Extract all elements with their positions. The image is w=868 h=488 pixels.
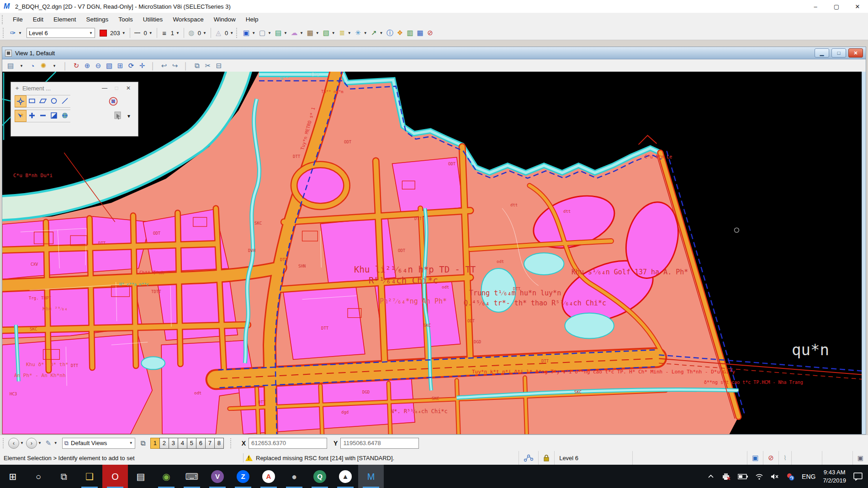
active-element-template-icon[interactable]: ✑ [8, 28, 17, 37]
back-dropdown-icon[interactable]: ▼ [20, 441, 24, 445]
task-view-button[interactable]: ⧉ [51, 465, 77, 488]
viber-icon[interactable]: V [205, 465, 230, 488]
menu-item[interactable]: Utilities [138, 14, 168, 25]
display-style-icon[interactable]: ◔ [27, 61, 37, 71]
opera-icon[interactable]: O [102, 465, 128, 488]
line-method-icon[interactable] [59, 95, 70, 106]
toolbar-separator[interactable]: │ [181, 61, 191, 71]
element-information-icon[interactable]: ⓘ [385, 28, 394, 37]
wifi-icon[interactable] [755, 473, 763, 480]
selection-set-icon[interactable]: ▣ [747, 451, 763, 465]
menu-item[interactable]: File [8, 14, 28, 25]
window-close-button[interactable]: ✕ [847, 0, 868, 13]
locks-icon[interactable] [538, 451, 554, 465]
line-weight-icon[interactable]: ≡ [160, 28, 169, 37]
view-toggle-button[interactable]: 6 [196, 438, 206, 449]
menu-item[interactable]: Workspace [168, 14, 208, 25]
window-maximize-button[interactable]: ▢ [826, 0, 847, 13]
photos-icon[interactable]: ▲ [333, 465, 358, 488]
adjust-view-icon[interactable]: ✺ [38, 61, 48, 71]
battery-icon[interactable] [738, 474, 748, 479]
priority-icon[interactable]: ◬ [214, 28, 223, 37]
view-minimize-button[interactable]: ▁ [815, 48, 829, 58]
view-menu-icon[interactable] [5, 50, 12, 57]
search-earth-icon[interactable]: Q [307, 465, 333, 488]
level-manager-icon[interactable]: ≣ ▼ [337, 28, 353, 37]
view-toggle-button[interactable]: 3 [169, 438, 178, 449]
saved-views-icon[interactable]: ▧ ▼ [321, 28, 337, 37]
clock[interactable]: 9:43 AM 7/2/2019 [823, 468, 846, 484]
menu-item[interactable]: Edit [28, 14, 48, 25]
tray-expand-icon[interactable] [708, 474, 714, 478]
copy-view-icon[interactable]: ⧉ [192, 61, 202, 71]
sheets-icon[interactable]: ▢ ▼ [257, 28, 273, 37]
active-level-status[interactable]: Level 6 [554, 451, 632, 465]
microsoft-store-icon[interactable]: ▤ [128, 465, 153, 488]
line-weight-dropdown-icon[interactable]: ▼ [176, 31, 180, 35]
view-previous-icon[interactable]: ↩ [159, 61, 169, 71]
transparency-dropdown-icon[interactable]: ▼ [203, 31, 206, 35]
new-selection-mode-icon[interactable] [15, 110, 26, 122]
forward-button[interactable]: › [26, 438, 37, 449]
window-minimize-button[interactable]: – [805, 0, 826, 13]
models-icon[interactable]: ▣ ▼ [241, 28, 257, 37]
forward-dropdown-icon[interactable]: ▼ [38, 441, 42, 445]
circle-method-icon[interactable] [48, 95, 59, 106]
view-close-button[interactable]: ✕ [848, 48, 863, 58]
view-rotation-icon[interactable]: ✎ [44, 439, 53, 448]
add-mode-icon[interactable] [26, 110, 37, 121]
select-all-globe-icon[interactable] [59, 110, 70, 121]
back-button[interactable]: ‹ [8, 438, 19, 449]
dialog-close-button[interactable]: ✕ [122, 85, 134, 91]
active-level-combo[interactable]: Level 6▼ [26, 28, 95, 38]
pan-view-icon[interactable]: ✛ [137, 61, 147, 71]
transparency-icon[interactable]: ◍ [187, 28, 196, 37]
view-group-combo[interactable]: ⧉ Default Views▼ [62, 438, 135, 449]
view-attributes-drop[interactable]: ▾ [16, 61, 26, 71]
toolbar-separator[interactable]: │ [60, 61, 70, 71]
references-icon[interactable]: ▤ ▼ [273, 28, 289, 37]
clip-volume-icon[interactable]: ✂ [203, 61, 213, 71]
clip-icon[interactable]: ⌇ [778, 451, 791, 465]
cortana-button[interactable]: ○ [26, 465, 51, 488]
toolbar-separator[interactable]: │ [148, 61, 158, 71]
line-style-icon[interactable]: ╍╍ [133, 28, 142, 37]
volume-muted-icon[interactable] [771, 473, 779, 480]
view-title-bar[interactable]: View 1, Default ▁ □ ✕ [2, 47, 866, 59]
dialog-title-bar[interactable]: ✦ Element ... — □ ✕ [11, 82, 138, 94]
active-color-swatch[interactable] [100, 30, 107, 37]
action-center-icon[interactable] [853, 472, 863, 481]
view-next-icon[interactable]: ↪ [170, 61, 180, 71]
snap-mode-icon[interactable] [519, 451, 538, 465]
menu-item[interactable]: Settings [81, 14, 114, 25]
view-maximize-button[interactable]: □ [831, 48, 846, 58]
fence-none-icon[interactable]: ⊘ [763, 451, 778, 465]
raster-manager-icon[interactable]: ☁ ▼ [289, 28, 305, 37]
update-view-icon[interactable]: ↻ [71, 61, 81, 71]
template-dropdown-icon[interactable]: ▼ [18, 31, 22, 35]
level-display-icon[interactable]: ✳ ▼ [353, 28, 369, 37]
view-attributes-icon[interactable]: ▤ [5, 61, 16, 71]
fit-view-icon[interactable]: ⊞ [115, 61, 125, 71]
popset-icon[interactable]: ❖ [395, 28, 404, 37]
file-explorer-icon[interactable]: ❑ [77, 465, 102, 488]
x-coordinate-input[interactable] [249, 438, 327, 449]
view-toggle-button[interactable]: 7 [205, 438, 215, 449]
zalo-icon[interactable]: Z [230, 465, 256, 488]
clear-selection-cursor-icon[interactable] [112, 110, 123, 121]
grid-icon[interactable]: ▦ [415, 28, 424, 37]
dialog-minimize-button[interactable]: — [99, 85, 111, 91]
printer-error-icon[interactable] [721, 473, 730, 480]
invert-mode-icon[interactable] [48, 110, 59, 121]
window-area-icon[interactable]: ▧ [104, 61, 114, 71]
start-button[interactable]: ⊞ [0, 465, 26, 488]
expand-dialog-arrow[interactable]: ▼ [123, 110, 134, 121]
dialog-with-focus-icon[interactable]: ▣ [852, 451, 868, 465]
project-explorer-icon[interactable]: ▥ [405, 28, 414, 37]
menu-item[interactable]: Help [241, 14, 264, 25]
acrobat-icon[interactable]: A [256, 465, 281, 488]
individual-method-icon[interactable] [15, 95, 26, 107]
rotation-dropdown-icon[interactable]: ▼ [54, 441, 58, 445]
menu-item[interactable]: Tools [113, 14, 138, 25]
view-toggle-button[interactable]: 1 [150, 438, 160, 449]
